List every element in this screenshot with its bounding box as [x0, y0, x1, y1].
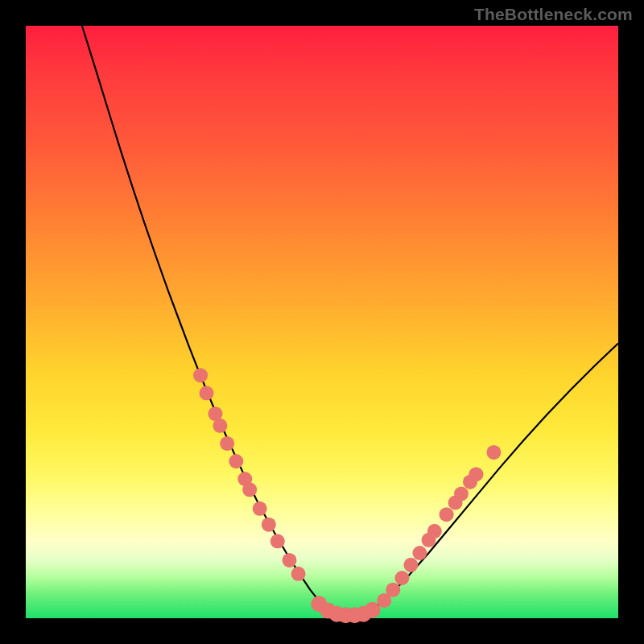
data-marker [253, 502, 267, 516]
chart-frame: TheBottleneck.com [0, 0, 644, 644]
data-marker [200, 386, 214, 400]
data-marker [394, 571, 409, 585]
bottleneck-curve [82, 26, 618, 615]
data-marker [427, 524, 442, 539]
data-marker [386, 583, 400, 597]
data-marker [193, 368, 208, 382]
data-marker [220, 436, 234, 451]
data-marker [213, 419, 227, 433]
data-marker [440, 507, 454, 522]
data-marker [365, 602, 381, 618]
data-marker [262, 518, 276, 532]
data-marker [454, 486, 469, 501]
data-marker [403, 558, 418, 572]
plot-area [26, 26, 618, 618]
watermark-text: TheBottleneck.com [474, 5, 633, 24]
data-marker [469, 467, 483, 481]
data-marker [291, 567, 306, 581]
data-marker [412, 546, 427, 560]
marker-group [193, 368, 501, 623]
data-marker [242, 482, 257, 497]
curve-layer [26, 26, 618, 618]
data-marker [486, 445, 501, 460]
data-marker [270, 534, 285, 548]
data-marker [229, 454, 243, 469]
data-marker [283, 553, 297, 568]
